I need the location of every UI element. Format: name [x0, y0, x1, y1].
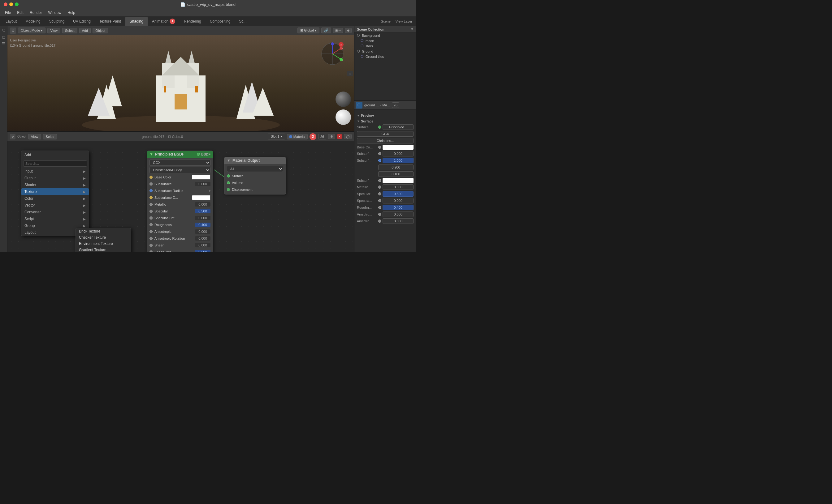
menu-cat-vector[interactable]: Vector ▶: [21, 202, 89, 209]
add-menu-header: Add: [21, 151, 89, 159]
menu-file[interactable]: File: [2, 10, 13, 16]
surface-shader-value[interactable]: Principled...: [383, 124, 414, 130]
svg-rect-10: [175, 94, 187, 109]
tex-environment[interactable]: Environment Texture: [76, 241, 131, 247]
minimize-button[interactable]: [9, 2, 13, 6]
tab-scripting[interactable]: Sc...: [235, 17, 251, 26]
tex-checker[interactable]: Checker Texture: [76, 234, 131, 241]
menu-cat-output[interactable]: Output ▶: [21, 175, 89, 181]
outliner-ground[interactable]: ⬡ Ground: [355, 49, 416, 54]
node-close[interactable]: ✕: [337, 134, 342, 139]
tab-sculpting[interactable]: Sculpting: [45, 17, 69, 26]
val1[interactable]: 0.200: [378, 165, 414, 170]
node-extra[interactable]: ◯: [344, 134, 352, 139]
outliner-moon[interactable]: ⬡ moon: [355, 38, 416, 43]
aniso2-val-r[interactable]: 0.000: [383, 218, 414, 224]
subsurf2-value[interactable]: 1.000: [383, 158, 414, 163]
metallic-val-r[interactable]: 0.000: [383, 184, 414, 190]
specular-val-r[interactable]: 0.500: [383, 191, 414, 197]
distribution-select[interactable]: GGX: [150, 160, 210, 166]
roughness-val-r[interactable]: 0.400: [383, 205, 414, 210]
overlay-btn[interactable]: ⊞⋯: [333, 28, 343, 33]
subsurface-method-select[interactable]: Christensen-Burley: [150, 167, 210, 173]
menu-cat-shader[interactable]: Shader ▶: [21, 181, 89, 188]
distribution-right[interactable]: GGX: [357, 131, 414, 137]
val2[interactable]: 0.100: [378, 171, 414, 177]
tool-icon[interactable]: ↔: [347, 71, 353, 76]
prop-subsurf-socket: [378, 152, 381, 155]
base-color-swatch[interactable]: [192, 175, 210, 180]
menu-cat-color[interactable]: Color ▶: [21, 195, 89, 202]
slot-dropdown[interactable]: Slot 1 ▾: [268, 134, 285, 139]
roughness-socket: [150, 223, 153, 226]
node-toolbar: ⊙ Object View Selec ground tile.017 › ◻ …: [7, 132, 354, 141]
node-row-displacement: Displacement: [225, 186, 286, 193]
sphere-small-icon: [289, 135, 292, 138]
subsurface-color-swatch[interactable]: [192, 195, 210, 200]
menu-cat-converter[interactable]: Converter ▶: [21, 209, 89, 216]
tex-gradient[interactable]: Gradient Texture: [76, 247, 131, 252]
base-color-bar[interactable]: [383, 145, 414, 150]
menu-window[interactable]: Window: [46, 10, 64, 16]
viewport-toolbar: ⊙ Object Mode ▾ View Select Add Object ⊞…: [7, 26, 354, 35]
view-menu[interactable]: View: [47, 28, 60, 33]
outliner-stars[interactable]: ⬡ stars: [355, 43, 416, 49]
pivot-dropdown[interactable]: ⊞ Global ▾: [297, 28, 319, 33]
tab-rendering[interactable]: Rendering: [180, 17, 205, 26]
section-preview[interactable]: Preview: [357, 114, 414, 117]
menu-cat-input[interactable]: Input ▶: [21, 168, 89, 175]
tex-brick[interactable]: Brick Texture: [76, 228, 131, 234]
tab-compositing[interactable]: Compositing: [206, 17, 235, 26]
node-row-specular: Specular 0.500: [147, 208, 213, 215]
tab-texture-paint[interactable]: Texture Paint: [95, 17, 125, 26]
sidebar-icon-1[interactable]: ⬡: [1, 27, 7, 33]
aniso-val-r[interactable]: 0.000: [383, 212, 414, 217]
object-mode-dropdown[interactable]: Object Mode ▾: [18, 28, 46, 33]
node-row-subsurface-color: Subsurface C...: [147, 194, 213, 201]
menu-cat-texture[interactable]: Texture ▶: [21, 188, 89, 195]
node-select-menu[interactable]: Selec: [43, 134, 57, 139]
snap-btn[interactable]: 🔗: [321, 28, 331, 33]
tab-modeling[interactable]: Modeling: [21, 17, 45, 26]
material-mode-btn[interactable]: Material: [287, 134, 308, 139]
subsurface-radius-socket: [150, 189, 153, 192]
section-surface[interactable]: Surface: [357, 119, 414, 123]
material-props-icon[interactable]: ⬡: [356, 102, 362, 109]
sidebar-icon-2[interactable]: ◻: [1, 34, 7, 40]
outliner-ground-tiles[interactable]: ⬡ Ground tiles: [355, 54, 416, 59]
search-input[interactable]: [23, 161, 87, 167]
specula-val-r[interactable]: 0.000: [383, 198, 414, 203]
subsurf-value[interactable]: 0.000: [383, 151, 414, 157]
volume-input-socket: [227, 181, 230, 184]
menu-cat-script[interactable]: Script ▶: [21, 216, 89, 222]
scene-outliner[interactable]: ⬡ Background ⬡ moon ⬡ stars ⬡ Ground ⬡ G…: [355, 33, 416, 101]
tab-shading[interactable]: Shading: [125, 17, 148, 26]
tab-layout[interactable]: Layout: [1, 17, 21, 26]
menu-help[interactable]: Help: [65, 10, 78, 16]
viewport-type-icon[interactable]: ⊙: [10, 28, 16, 34]
subsurf-color-bar[interactable]: [383, 178, 414, 183]
prop-specula: Specula... 0.000: [357, 198, 414, 203]
object-menu[interactable]: Object: [93, 28, 108, 33]
subsurface-method-right[interactable]: Christens...: [357, 138, 414, 143]
sidebar-icon-3[interactable]: ☰: [1, 41, 7, 47]
node-settings[interactable]: ⚙: [328, 134, 335, 139]
outliner-background[interactable]: ⬡ Background: [355, 33, 416, 38]
target-select[interactable]: All: [227, 166, 283, 172]
outliner-controls: ⚙: [411, 27, 414, 31]
node-editor-type[interactable]: ⊙: [10, 134, 16, 139]
tab-animation[interactable]: Animation 1: [148, 17, 180, 26]
menu-render[interactable]: Render: [27, 10, 44, 16]
maximize-button[interactable]: [15, 2, 19, 6]
node-canvas[interactable]: Add Input ▶ Output ▶: [7, 141, 354, 252]
close-button[interactable]: [4, 2, 7, 6]
node-view-menu[interactable]: View: [28, 134, 41, 139]
nav-gizmo[interactable]: Z X Y ×: [320, 41, 345, 66]
filter-icon[interactable]: ⚙: [411, 27, 414, 31]
menu-edit[interactable]: Edit: [15, 10, 26, 16]
gizmo-btn[interactable]: ⊕: [345, 28, 352, 33]
tab-uv-editing[interactable]: UV Editing: [69, 17, 95, 26]
select-menu[interactable]: Select: [62, 28, 77, 33]
viewport-3d[interactable]: User Perspective (134) Ground | ground t…: [7, 35, 354, 131]
add-menu-btn[interactable]: Add: [79, 28, 91, 33]
